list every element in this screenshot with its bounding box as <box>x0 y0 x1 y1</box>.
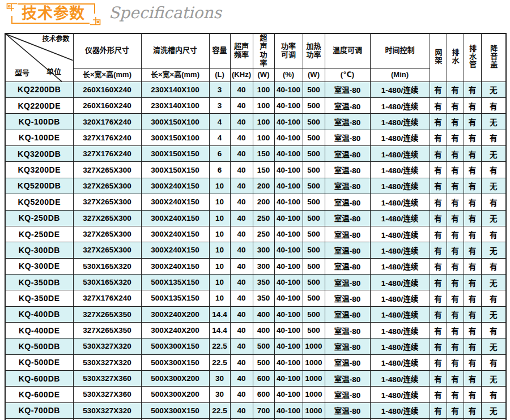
cell-rack: 有 <box>430 370 447 386</box>
cell-model: KQ3200DE <box>5 162 73 178</box>
cell-drain: 有 <box>447 242 464 258</box>
cell-tank-dimensions: 300X240X150 <box>141 210 209 226</box>
cell-drain: 有 <box>447 258 464 274</box>
cell-rack: 有 <box>430 130 447 145</box>
cell-tank-dimensions: 230X140X100 <box>141 82 209 97</box>
cell-noise-lid: 有 <box>481 387 506 402</box>
cell-frequency: 40 <box>230 82 253 97</box>
cell-temp-adjust: 室温-80 <box>325 354 370 370</box>
spec-table-body: KQ2200DB 260X160X240 230X140X100 3 40 10… <box>5 82 506 420</box>
cell-frequency: 40 <box>230 258 253 274</box>
corner-ornament-icon <box>90 14 101 29</box>
cell-noise-lid: 无 <box>481 178 506 194</box>
cell-heating-power: 500 <box>303 98 325 114</box>
cell-model: KQ-350DE <box>5 290 73 306</box>
cell-tank-dimensions: 500X300X200 <box>141 370 209 386</box>
cell-noise-lid: 无 <box>481 338 506 354</box>
cell-power-adjust: 40-100 <box>274 370 303 386</box>
cell-drain-pipe: 有 <box>464 402 481 418</box>
table-row: KQ-100DE 327X176X240 300X150X100 4 40 10… <box>5 130 506 145</box>
cell-outer-dimensions: 327X265X300 <box>73 162 141 178</box>
table-row: KQ-700DB 530X327X320 500X300X150 22.5 40… <box>5 402 506 418</box>
cell-noise-lid: 有 <box>481 322 506 338</box>
cell-model: KQ-300DE <box>5 258 73 274</box>
cell-heating-power: 500 <box>303 306 325 322</box>
cell-ultrasonic-power: 100 <box>253 130 274 145</box>
cell-time-control: 1-480/连续 <box>370 226 430 242</box>
cell-capacity: 3 <box>209 82 230 97</box>
cell-drain: 有 <box>447 274 464 290</box>
cell-tank-dimensions: 300X150X100 <box>141 114 209 130</box>
cell-capacity: 4 <box>209 130 230 145</box>
table-row: KQ-100DB 320X176X240 300X150X100 4 40 10… <box>5 114 506 130</box>
cell-outer-dimensions: 327X265X350 <box>73 306 141 322</box>
cell-outer-dimensions: 260X160X240 <box>73 82 141 97</box>
cell-noise-lid: 无 <box>481 82 506 97</box>
cell-model: KQ-500DB <box>5 338 73 354</box>
header-outer-dimensions: 仪器外形尺寸 <box>73 33 141 68</box>
cell-tank-dimensions: 500X135X150 <box>141 290 209 306</box>
cell-time-control: 1-480/连续 <box>370 178 430 194</box>
cell-temp-adjust: 室温-80 <box>325 98 370 114</box>
cell-tank-dimensions: 300X240X150 <box>141 226 209 242</box>
cell-rack: 有 <box>430 274 447 290</box>
cell-drain-pipe: 有 <box>464 274 481 290</box>
cell-drain: 有 <box>447 82 464 97</box>
cell-heating-power: 500 <box>303 146 325 162</box>
cell-tank-dimensions: 300X150X150 <box>141 146 209 162</box>
cell-drain: 有 <box>447 130 464 145</box>
cell-tank-dimensions: 500X135X150 <box>141 274 209 290</box>
cell-drain-pipe: 有 <box>464 82 481 97</box>
cell-rack: 有 <box>430 402 447 418</box>
cell-temp-adjust: 室温-80 <box>325 82 370 97</box>
cell-time-control: 1-480/连续 <box>370 82 430 97</box>
cell-temp-adjust: 室温-80 <box>325 306 370 322</box>
cell-model: KQ-300DB <box>5 242 73 258</box>
cell-drain: 有 <box>447 290 464 306</box>
table-row: KQ-300DB 327X265X300 300X240X150 10 40 3… <box>5 242 506 258</box>
cell-drain: 有 <box>447 322 464 338</box>
cell-capacity: 10 <box>209 258 230 274</box>
cell-drain: 有 <box>447 114 464 130</box>
header-capacity: 容量 <box>209 33 230 68</box>
cell-drain: 有 <box>447 146 464 162</box>
cell-time-control: 1-480/连续 <box>370 194 430 210</box>
cell-time-control: 1-480/连续 <box>370 306 430 322</box>
table-row: KQ-250DE 327X265X300 300X240X150 10 40 2… <box>5 226 506 242</box>
cell-noise-lid: 有 <box>481 98 506 114</box>
cell-power-adjust: 40-100 <box>274 274 303 290</box>
table-row: KQ-300DE 530X165X320 300X240X150 10 40 3… <box>5 258 506 274</box>
table-row: KQ5200DB 327X265X300 300X240X150 10 40 2… <box>5 178 506 194</box>
cell-outer-dimensions: 530X327X320 <box>73 338 141 354</box>
cell-power-adjust: 40-100 <box>274 114 303 130</box>
cell-temp-adjust: 室温-80 <box>325 114 370 130</box>
cell-temp-adjust: 室温-80 <box>325 290 370 306</box>
page-subtitle: Specifications <box>109 3 222 22</box>
cell-power-adjust: 40-100 <box>274 402 303 418</box>
cell-model: KQ5200DE <box>5 194 73 210</box>
cell-drain-pipe: 有 <box>464 242 481 258</box>
cell-frequency: 40 <box>230 226 253 242</box>
cell-capacity: 6 <box>209 162 230 178</box>
header-drain-pipe: 排水管 <box>464 33 481 82</box>
cell-tank-dimensions: 500X300X150 <box>141 354 209 370</box>
cell-time-control: 1-480/连续 <box>370 146 430 162</box>
cell-ultrasonic-power: 150 <box>253 162 274 178</box>
cell-ultrasonic-power: 150 <box>253 146 274 162</box>
cell-power-adjust: 40-100 <box>274 98 303 114</box>
header-ultrasonic-power: 超声功率 <box>253 33 274 68</box>
cell-drain-pipe: 有 <box>464 162 481 178</box>
cell-capacity: 14.4 <box>209 306 230 322</box>
cell-capacity: 30 <box>209 387 230 402</box>
cell-time-control: 1-480/连续 <box>370 370 430 386</box>
cell-temp-adjust: 室温-80 <box>325 194 370 210</box>
table-row: KQ2200DE 260X160X240 230X140X100 3 40 10… <box>5 98 506 114</box>
cell-frequency: 40 <box>230 306 253 322</box>
unit-ultrasonic-power: (W) <box>253 68 274 82</box>
cell-heating-power: 500 <box>303 290 325 306</box>
spec-table-header: 技术参数 单位 型号 仪器外形尺寸 清洗槽内尺寸 容量 超声频率 超声功率 功率… <box>5 33 506 82</box>
cell-capacity: 22.5 <box>209 354 230 370</box>
table-row: KQ-350DE 327X176X240 500X135X150 10 40 3… <box>5 290 506 306</box>
cell-outer-dimensions: 530X165X320 <box>73 274 141 290</box>
cell-noise-lid: 有 <box>481 290 506 306</box>
